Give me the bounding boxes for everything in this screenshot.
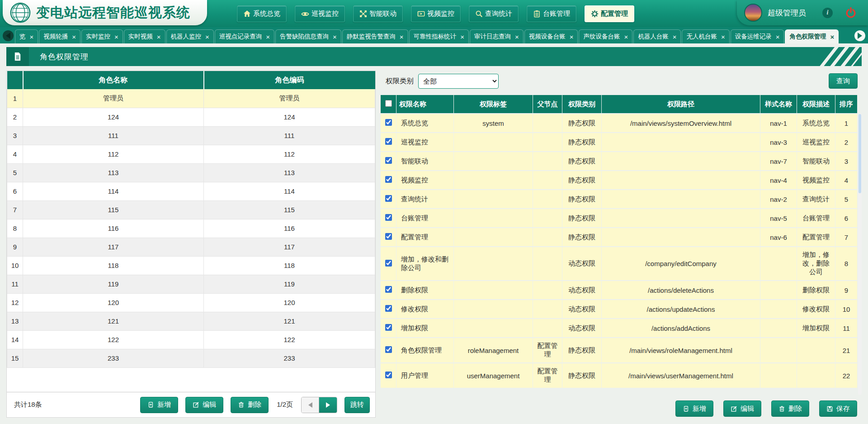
jump-page-button[interactable]: 跳转 — [344, 397, 370, 413]
save-button[interactable]: 保存 — [819, 400, 857, 417]
role-row[interactable]: 14122122 — [7, 330, 375, 349]
permission-type-select[interactable]: 全部 — [418, 74, 499, 89]
permission-row-checkbox[interactable] — [385, 138, 392, 145]
tabs-scroll-left-button[interactable] — [3, 30, 14, 41]
scrollbar[interactable] — [858, 113, 862, 395]
tab-告警缺陷信息查询[interactable]: 告警缺陷信息查询× — [275, 29, 341, 43]
tabs-scroll-right-button[interactable] — [854, 30, 865, 41]
tab-close-icon[interactable]: × — [460, 33, 464, 40]
permission-row-checkbox[interactable] — [385, 346, 392, 353]
permission-row[interactable]: 修改权限动态权限/actions/updateActions修改权限10 — [381, 300, 857, 318]
tab-静默监视告警查询[interactable]: 静默监视告警查询× — [342, 29, 408, 43]
tab-close-icon[interactable]: × — [673, 33, 677, 40]
tab-声纹设备台账[interactable]: 声纹设备台账× — [579, 29, 632, 43]
role-code-column-header[interactable]: 角色编码 — [204, 71, 375, 89]
role-row[interactable]: 13121121 — [7, 312, 375, 330]
role-row[interactable]: 3111111 — [7, 126, 375, 145]
tab-审计日志查询[interactable]: 审计日志查询× — [470, 29, 524, 43]
role-row[interactable]: 11119119 — [7, 275, 375, 293]
nav-system-overview-button[interactable]: 系统总览 — [237, 5, 287, 22]
power-logout-icon[interactable] — [845, 7, 856, 18]
tab-close-icon[interactable]: × — [400, 33, 404, 40]
perm-order-column-header[interactable]: 排序 — [835, 95, 857, 113]
permission-row[interactable]: 角色权限管理roleManagement配置管理静态权限/main/views/… — [381, 338, 857, 362]
nav-video-monitor-button[interactable]: 视频监控 — [411, 5, 461, 22]
permission-row[interactable]: 台账管理静态权限nav-5台账管理6 — [381, 209, 857, 227]
permission-delete-button[interactable]: 删除 — [771, 400, 809, 417]
role-row[interactable]: 6114114 — [7, 182, 375, 200]
permission-row[interactable]: 删除权限动态权限/actions/deleteActions删除权限9 — [381, 281, 857, 299]
tab-览[interactable]: 览× — [15, 29, 38, 43]
perm-tag-column-header[interactable]: 权限标签 — [454, 95, 533, 113]
tab-close-icon[interactable]: × — [157, 33, 161, 40]
info-icon[interactable]: i — [822, 8, 833, 18]
permission-edit-button[interactable]: 编辑 — [723, 400, 761, 417]
permission-row-checkbox[interactable] — [385, 214, 392, 221]
permission-row[interactable]: 增加，修改和删除公司动态权限/company/editCompany增加，修改，… — [381, 247, 857, 280]
perm-parent-column-header[interactable]: 父节点 — [533, 95, 562, 113]
nav-patrol-monitor-button[interactable]: 巡视监控 — [295, 5, 345, 22]
search-button[interactable]: 查询 — [829, 73, 858, 89]
permission-row[interactable]: 视频监控静态权限nav-4视频监控4 — [381, 171, 857, 189]
tab-机器人台账[interactable]: 机器人台账× — [633, 29, 681, 43]
role-row[interactable]: 9117117 — [7, 238, 375, 256]
select-all-checkbox[interactable] — [385, 100, 392, 107]
role-delete-button[interactable]: 删除 — [231, 397, 269, 413]
role-row[interactable]: 15233233 — [7, 349, 375, 367]
perm-desc-column-header[interactable]: 权限描述 — [797, 95, 835, 113]
permission-add-button[interactable]: 新增 — [675, 400, 713, 417]
tab-close-icon[interactable]: × — [570, 33, 574, 40]
permission-row[interactable]: 配置管理静态权限nav-6配置管理7 — [381, 228, 857, 246]
nav-config-management-button[interactable]: 配置管理 — [585, 5, 634, 22]
perm-type-column-header[interactable]: 权限类别 — [562, 95, 601, 113]
tab-巡视点记录查询[interactable]: 巡视点记录查询× — [215, 29, 274, 43]
permission-row[interactable]: 增加权限动态权限/actions/addActions增加权限11 — [381, 319, 857, 337]
role-row[interactable]: 4112112 — [7, 145, 375, 163]
perm-name-column-header[interactable]: 权限名称 — [396, 95, 453, 113]
tab-视频轮播[interactable]: 视频轮播× — [39, 29, 80, 43]
permission-row-checkbox[interactable] — [385, 157, 392, 164]
role-row[interactable]: 5113113 — [7, 163, 375, 182]
permission-row-checkbox[interactable] — [385, 195, 392, 202]
permission-row[interactable]: 查询统计静态权限nav-2查询统计5 — [381, 190, 857, 208]
tab-close-icon[interactable]: × — [114, 33, 118, 40]
role-name-column-header[interactable]: 角色名称 — [23, 71, 204, 89]
role-row[interactable]: 8116116 — [7, 219, 375, 238]
tab-close-icon[interactable]: × — [721, 33, 725, 40]
permission-row-checkbox[interactable] — [385, 305, 392, 312]
tab-close-icon[interactable]: × — [333, 33, 337, 40]
tab-设备运维记录[interactable]: 设备运维记录× — [731, 29, 784, 43]
prev-page-button[interactable] — [302, 397, 319, 413]
role-add-button[interactable]: 新增 — [140, 397, 178, 413]
tab-close-icon[interactable]: × — [205, 33, 209, 40]
tab-实时监控[interactable]: 实时监控× — [81, 29, 123, 43]
permission-row[interactable]: 系统总览system静态权限/main/views/systemOverview… — [381, 114, 857, 132]
role-row[interactable]: 12120120 — [7, 293, 375, 312]
tab-机器人监控[interactable]: 机器人监控× — [166, 29, 214, 43]
role-row[interactable]: 1管理员管理员 — [7, 89, 375, 108]
permission-row-checkbox[interactable] — [385, 176, 392, 183]
perm-style-column-header[interactable]: 样式名称 — [760, 95, 797, 113]
nav-ledger-management-button[interactable]: 台账管理 — [527, 5, 576, 22]
tab-close-icon[interactable]: × — [515, 33, 519, 40]
permission-row[interactable]: 智能联动静态权限nav-7智能联动3 — [381, 152, 857, 170]
tab-close-icon[interactable]: × — [776, 33, 780, 40]
avatar[interactable] — [744, 4, 762, 22]
permission-row-checkbox[interactable] — [385, 119, 392, 126]
permission-row[interactable]: 巡视监控静态权限nav-3巡视监控2 — [381, 133, 857, 151]
role-row[interactable]: 2124124 — [7, 108, 375, 126]
tab-无人机台账[interactable]: 无人机台账× — [682, 29, 729, 43]
permission-row-checkbox[interactable] — [385, 260, 392, 267]
perm-path-column-header[interactable]: 权限路径 — [602, 95, 760, 113]
tab-角色权限管理[interactable]: 角色权限管理× — [785, 29, 839, 43]
role-edit-button[interactable]: 编辑 — [185, 397, 223, 413]
permission-row-checkbox[interactable] — [385, 233, 392, 240]
tab-视频设备台账[interactable]: 视频设备台账× — [524, 29, 578, 43]
tab-close-icon[interactable]: × — [30, 33, 34, 40]
role-row[interactable]: 7115115 — [7, 200, 375, 219]
tab-close-icon[interactable]: × — [624, 33, 628, 40]
nav-query-statistics-button[interactable]: 查询统计 — [469, 5, 519, 22]
role-row[interactable]: 10118118 — [7, 256, 375, 275]
tab-close-icon[interactable]: × — [266, 33, 270, 40]
tab-close-icon[interactable]: × — [72, 33, 76, 40]
